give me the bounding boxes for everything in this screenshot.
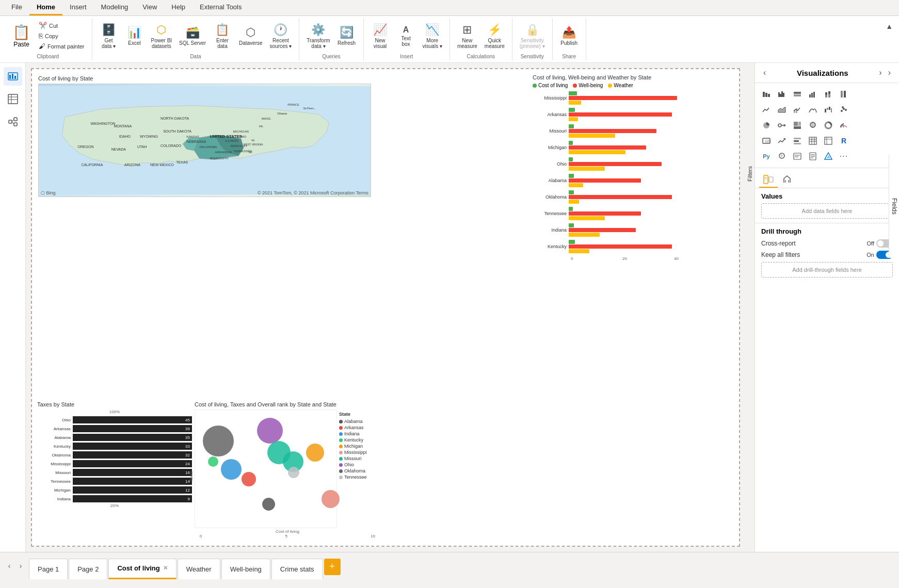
format-tab-fields[interactable] (759, 172, 778, 188)
tab-next-button[interactable]: › (15, 561, 26, 571)
filters-panel[interactable]: Filters (745, 63, 754, 552)
viz-line-clustered-column[interactable] (790, 103, 805, 117)
viz-scatter[interactable] (837, 103, 851, 117)
sql-server-button[interactable]: 🗃️ SQL Server (176, 24, 209, 48)
tax-chart[interactable]: Taxes by State 100% Ohio 45 Arkansas 39 (37, 401, 192, 541)
power-bi-datasets-button[interactable]: ⬡ Power BIdatasets (148, 21, 175, 51)
viz-r-script[interactable]: R (837, 134, 851, 148)
viz-paginated-report[interactable] (806, 149, 820, 164)
excel-button[interactable]: 📊 Excel (122, 24, 147, 48)
tab-external-tools[interactable]: External Tools (192, 0, 249, 15)
viz-azure-map[interactable]: A (821, 149, 836, 164)
bubble-chart[interactable]: Cost of living, Taxes and Overall rank b… (195, 401, 380, 541)
add-page-button[interactable]: + (324, 559, 341, 575)
svg-text:ARKANSAS: ARKANSAS (215, 151, 232, 154)
viz-pie[interactable] (759, 118, 774, 133)
viz-line[interactable] (759, 103, 774, 117)
fields-side-label[interactable]: Fields (891, 198, 898, 215)
refresh-button[interactable]: 🔄 Refresh (334, 24, 359, 48)
tab-file[interactable]: File (4, 0, 29, 15)
collapse-ribbon-button[interactable]: ▲ (884, 20, 895, 32)
viz-ribbon[interactable] (806, 103, 820, 117)
bar-chart[interactable]: Cost of living, Well-being and Weather b… (533, 74, 734, 327)
map-chart[interactable]: Cost of living by State WASHINGTON MONT (38, 75, 371, 197)
viz-stacked-column[interactable] (821, 87, 836, 102)
bar-row-arkansas: Arkansas (533, 108, 734, 121)
viz-gauge[interactable] (837, 118, 851, 133)
tab-modeling[interactable]: Modeling (94, 0, 136, 15)
viz-clustered-column[interactable] (806, 87, 820, 102)
drill-through-title: Drill through (761, 227, 893, 235)
panel-prev-arrow[interactable]: ‹ (761, 67, 768, 78)
viz-matrix[interactable] (821, 134, 836, 148)
tab-help[interactable]: Help (164, 0, 192, 15)
new-measure-button[interactable]: ⊞ Newmeasure (454, 21, 480, 51)
add-field-box[interactable]: Add data fields here (761, 203, 893, 219)
viz-stacked-bar[interactable] (759, 87, 774, 102)
svg-rect-60 (825, 92, 827, 95)
svg-text:CALIFORNIA: CALIFORNIA (81, 163, 103, 167)
viz-table[interactable] (806, 134, 820, 148)
viz-smart-narrative[interactable] (790, 149, 805, 164)
viz-qna[interactable]: ? (775, 149, 789, 164)
cut-button[interactable]: ✂️ Cut (36, 21, 88, 30)
filters-label[interactable]: Filters (747, 166, 753, 182)
tab-home[interactable]: Home (29, 0, 62, 15)
viz-clustered-bar[interactable] (775, 87, 789, 102)
viz-area[interactable] (775, 103, 789, 117)
get-data-button[interactable]: 🗄️ Getdata ▾ (97, 21, 121, 51)
enter-data-button[interactable]: 📋 Enterdata (210, 21, 235, 51)
viz-card[interactable]: 123 (759, 134, 774, 148)
insert-group: 📈 Newvisual A Textbox 📉 Morevisuals ▾ In… (364, 18, 450, 60)
viz-kpi[interactable] (775, 134, 789, 148)
viz-treemap[interactable] (790, 118, 805, 133)
svg-rect-67 (796, 108, 797, 113)
tab-cost-of-living[interactable]: Cost of living ✕ (108, 559, 176, 579)
viz-100-stacked-column[interactable] (837, 87, 851, 102)
paste-button[interactable]: 📋 Paste (8, 22, 35, 50)
viz-more[interactable]: ··· (837, 149, 851, 164)
publish-button[interactable]: 📤 Publish (557, 24, 582, 48)
bubble-dark-gray (203, 426, 234, 456)
tab-weather[interactable]: Weather (178, 559, 220, 579)
tab-crime-stats[interactable]: Crime stats (271, 559, 323, 579)
panel-next-arrow[interactable]: › (877, 67, 884, 78)
transform-data-button[interactable]: ⚙️ Transformdata ▾ (303, 21, 333, 51)
svg-rect-2 (12, 74, 13, 79)
data-view-icon[interactable] (4, 90, 22, 108)
tab-page2[interactable]: Page 2 (69, 559, 107, 579)
new-visual-button[interactable]: 📈 Newvisual (368, 21, 393, 51)
report-view-icon[interactable] (4, 67, 22, 86)
svg-text:Ottawa: Ottawa (277, 112, 287, 115)
text-box-button[interactable]: A Textbox (394, 23, 419, 49)
copy-button[interactable]: ⎘ Copy (36, 31, 88, 41)
quick-measure-button[interactable]: ⚡ Quickmeasure (481, 21, 508, 51)
panel-collapse-arrow[interactable]: › (886, 67, 893, 78)
dataverse-button[interactable]: ⬡ Dataverse (236, 24, 266, 48)
tab-prev-button[interactable]: ‹ (4, 561, 14, 571)
recent-sources-button[interactable]: 🕐 Recentsources ▾ (267, 21, 295, 51)
format-painter-button[interactable]: 🖌 Format painter (36, 41, 88, 51)
visualizations-header: ‹ Visualizations › › (755, 63, 899, 83)
tab-page1[interactable]: Page 1 (29, 559, 68, 579)
tab-insert[interactable]: Insert (62, 0, 94, 15)
format-painter-label: Format painter (47, 43, 85, 50)
viz-map[interactable] (806, 118, 820, 133)
bar-row-kentucky: Kentucky (533, 240, 734, 253)
cross-report-label: Cross-report (761, 240, 796, 247)
drill-through-field-box[interactable]: Add drill-through fields here (761, 262, 893, 277)
viz-100-stacked-bar[interactable] (790, 87, 805, 102)
format-tab-format[interactable] (778, 172, 796, 188)
tab-view[interactable]: View (135, 0, 164, 15)
more-visuals-button[interactable]: 📉 Morevisuals ▾ (420, 21, 445, 51)
viz-slicer[interactable] (790, 134, 805, 148)
viz-donut[interactable] (821, 118, 836, 133)
model-view-icon[interactable] (4, 112, 22, 131)
viz-python[interactable]: Py (759, 149, 774, 164)
viz-waterfall[interactable] (821, 103, 836, 117)
tab-close-icon[interactable]: ✕ (163, 565, 168, 571)
tab-well-being[interactable]: Well-being (221, 559, 270, 579)
svg-text:ARIZONA: ARIZONA (124, 163, 141, 167)
canvas[interactable]: Cost of living by State WASHINGTON MONT (31, 68, 740, 547)
viz-key-influencers[interactable] (775, 118, 789, 133)
